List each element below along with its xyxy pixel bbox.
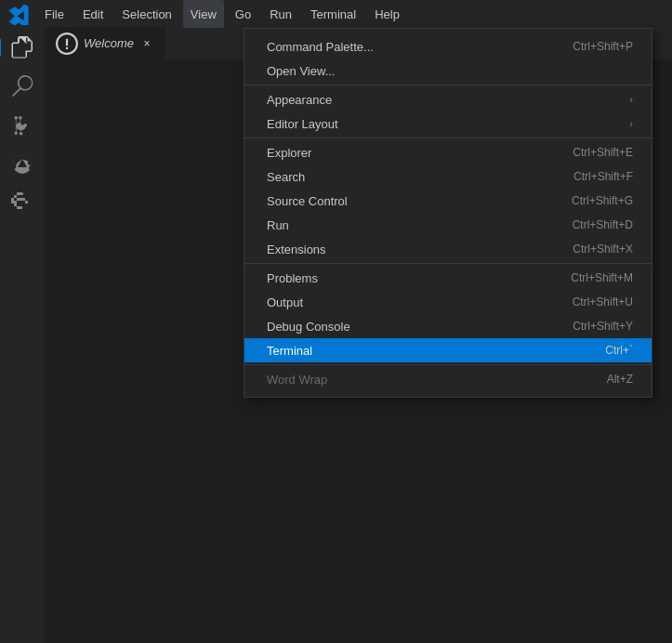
activity-icon-explorer[interactable] [7,32,38,63]
menu-section-views: Explorer Ctrl+Shift+E Search Ctrl+Shift+… [244,138,652,263]
menu-command-palette[interactable]: Command Palette... Ctrl+Shift+P [244,34,652,59]
tab-welcome[interactable]: Welcome × [45,27,166,59]
menu-item-run[interactable]: Run Ctrl+Shift+D [244,213,652,237]
menu-item-output[interactable]: Output Ctrl+Shift+U [244,290,652,314]
menu-item-source-control[interactable]: Source Control Ctrl+Shift+G [244,189,652,213]
vscode-logo [7,3,30,25]
view-dropdown-menu: Command Palette... Ctrl+Shift+P Open Vie… [244,28,652,398]
menu-open-view[interactable]: Open View... [244,59,652,83]
menu-section-top: Command Palette... Ctrl+Shift+P Open Vie… [244,33,652,85]
menu-view[interactable]: View [183,0,224,28]
menu-edit[interactable]: Edit [75,0,111,28]
activity-icon-search[interactable] [7,71,38,102]
menu-item-explorer[interactable]: Explorer Ctrl+Shift+E [244,140,652,164]
menu-go[interactable]: Go [228,0,258,28]
menu-file[interactable]: File [37,0,72,28]
menu-item-terminal[interactable]: Terminal Ctrl+` [244,338,652,362]
activity-icon-source-control[interactable] [7,110,38,141]
menu-terminal[interactable]: Terminal [303,0,363,28]
tab-welcome-label: Welcome [84,36,134,50]
menu-help[interactable]: Help [367,0,407,28]
activity-icon-debug[interactable] [7,149,38,180]
tab-close-button[interactable]: × [139,36,154,51]
menubar: File Edit Selection View Go Run Terminal… [0,0,672,28]
activity-bar [0,28,45,643]
menu-section-bottom: Word Wrap Alt+Z [244,364,652,393]
menu-item-debug-console[interactable]: Debug Console Ctrl+Shift+Y [244,314,652,338]
menu-editor-layout[interactable]: Editor Layout › [244,112,652,136]
menu-appearance[interactable]: Appearance › [244,87,652,112]
menu-item-problems[interactable]: Problems Ctrl+Shift+M [244,266,652,290]
menu-selection[interactable]: Selection [114,0,178,28]
menu-section-panels: Problems Ctrl+Shift+M Output Ctrl+Shift+… [244,263,652,364]
menu-run[interactable]: Run [262,0,299,28]
menu-item-word-wrap[interactable]: Word Wrap Alt+Z [244,367,652,391]
menu-item-extensions[interactable]: Extensions Ctrl+Shift+X [244,237,652,261]
menu-item-search[interactable]: Search Ctrl+Shift+F [244,164,652,189]
menu-section-layout: Appearance › Editor Layout › [244,85,652,138]
activity-icon-extensions[interactable] [7,188,38,219]
